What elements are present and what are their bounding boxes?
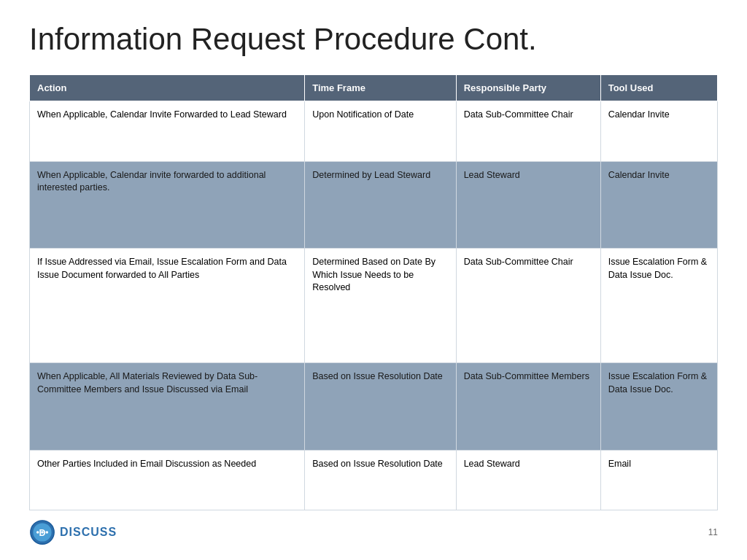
- cell-tool: Issue Escalation Form & Data Issue Doc.: [600, 363, 717, 451]
- table-row: When Applicable, Calendar Invite Forward…: [30, 101, 718, 161]
- table-row: When Applicable, Calendar invite forward…: [30, 161, 718, 249]
- cell-tool: Calendar Invite: [600, 161, 717, 249]
- cell-responsible: Data Sub-Committee Members: [456, 363, 600, 451]
- slide-container: Information Request Procedure Cont. Acti…: [0, 0, 747, 560]
- table-body: When Applicable, Calendar Invite Forward…: [30, 101, 718, 510]
- cell-tool: Issue Escalation Form & Data Issue Doc.: [600, 249, 717, 363]
- header-responsible: Responsible Party: [456, 75, 600, 101]
- cell-action: If Issue Addressed via Email, Issue Esca…: [30, 249, 305, 363]
- table-row: When Applicable, All Materials Reviewed …: [30, 363, 718, 451]
- cell-timeframe: Based on Issue Resolution Date: [305, 363, 456, 451]
- header-timeframe: Time Frame: [305, 75, 456, 101]
- table-row: If Issue Addressed via Email, Issue Esca…: [30, 249, 718, 363]
- cell-timeframe: Based on Issue Resolution Date: [305, 450, 456, 510]
- cell-tool: Email: [600, 450, 717, 510]
- cell-responsible: Data Sub-Committee Chair: [456, 249, 600, 363]
- header-action: Action: [30, 75, 305, 101]
- cell-timeframe: Determined Based on Date By Which Issue …: [305, 249, 456, 363]
- svg-point-4: [36, 531, 39, 534]
- cell-responsible: Lead Steward: [456, 450, 600, 510]
- footer: D DISCUSS 11: [29, 513, 718, 545]
- cell-timeframe: Determined by Lead Steward: [305, 161, 456, 249]
- logo-area: D DISCUSS: [29, 519, 117, 545]
- cell-action: Other Parties Included in Email Discussi…: [30, 450, 305, 510]
- cell-action: When Applicable, Calendar invite forward…: [30, 161, 305, 249]
- cell-responsible: Lead Steward: [456, 161, 600, 249]
- header-tool: Tool Used: [600, 75, 717, 101]
- logo-icon: D: [29, 519, 55, 545]
- cell-responsible: Data Sub-Committee Chair: [456, 101, 600, 161]
- logo-text: DISCUSS: [60, 526, 117, 539]
- table-header-row: Action Time Frame Responsible Party Tool…: [30, 75, 718, 101]
- page-number: 11: [708, 527, 718, 537]
- svg-point-6: [46, 531, 49, 534]
- slide-title: Information Request Procedure Cont.: [29, 22, 718, 57]
- main-table: Action Time Frame Responsible Party Tool…: [29, 74, 718, 510]
- cell-action: When Applicable, Calendar Invite Forward…: [30, 101, 305, 161]
- table-row: Other Parties Included in Email Discussi…: [30, 450, 718, 510]
- cell-action: When Applicable, All Materials Reviewed …: [30, 363, 305, 451]
- cell-tool: Calendar Invite: [600, 101, 717, 161]
- cell-timeframe: Upon Notification of Date: [305, 101, 456, 161]
- svg-point-5: [41, 531, 44, 534]
